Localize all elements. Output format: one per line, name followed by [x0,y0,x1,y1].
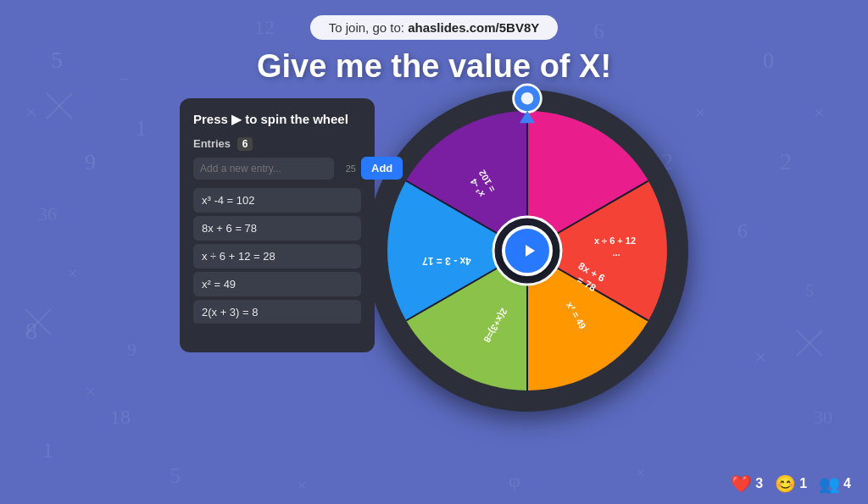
join-url: ahaslides.com/5BV8Y [408,20,539,35]
question-title: Give me the value of X! [257,48,611,85]
entry-input-row: 25 Add [193,157,361,180]
heart-count: 3 [755,476,763,491]
entries-label: Entries 6 [193,137,361,150]
list-item: x ÷ 6 + 12 = 28 [193,244,361,269]
svg-point-49 [521,92,534,105]
entries-count: 6 [237,137,253,151]
add-button[interactable]: Add [361,157,403,180]
reaction-hearts: ❤️ 3 [731,474,763,494]
reaction-smile: 😊 1 [775,474,807,494]
svg-marker-50 [520,111,535,124]
wheel-area: 8x + 6 = 78 x ÷ 6 + 12 ... x² = 49 2(x+3… [366,90,688,412]
play-icon [519,241,539,261]
panel-header: Press ▶ to spin the wheel [193,112,361,127]
svg-text:4x - 3 = 17: 4x - 3 = 17 [422,255,471,267]
wheel-outer: 8x + 6 = 78 x ÷ 6 + 12 ... x² = 49 2(x+3… [366,90,688,412]
reaction-users: 👥 4 [819,474,851,494]
list-item: x² = 49 [193,272,361,296]
panel-header-text: Press ▶ to spin the wheel [193,112,348,127]
bottom-bar: ❤️ 3 😊 1 👥 4 [731,474,851,494]
smile-count: 1 [799,476,807,491]
wheel-play-button[interactable] [502,225,553,276]
list-item: 8x + 6 = 78 [193,216,361,241]
list-item: x³ -4 = 102 [193,188,361,213]
content-row: Press ▶ to spin the wheel Entries 6 25 A… [25,98,843,412]
users-icon: 👥 [819,474,840,494]
users-count: 4 [843,476,851,491]
entry-input[interactable] [193,158,334,180]
main-container: To join, go to: ahaslides.com/5BV8Y Give… [0,0,868,504]
join-bar: To join, go to: ahaslides.com/5BV8Y [310,15,558,40]
join-prefix: To join, go to: [329,20,408,35]
list-item: 2(x + 3) = 8 [193,300,361,324]
entries-label-text: Entries [193,137,231,150]
heart-icon: ❤️ [731,474,752,494]
char-count: 25 [339,163,356,174]
entries-list: x³ -4 = 1028x + 6 = 78x ÷ 6 + 12 = 28x² … [193,188,361,324]
smile-icon: 😊 [775,474,796,494]
entries-panel: Press ▶ to spin the wheel Entries 6 25 A… [180,98,375,352]
wheel-pointer [510,83,544,125]
